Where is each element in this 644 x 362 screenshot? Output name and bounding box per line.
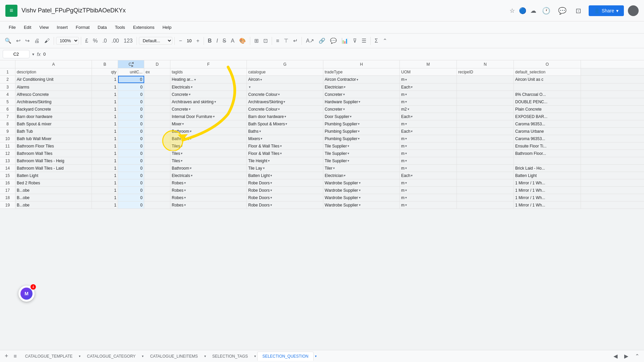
cell-recipeid[interactable] bbox=[457, 165, 514, 172]
cell-tradetype[interactable]: Tile Supplier▾ bbox=[323, 142, 400, 149]
decimal-decrease-icon[interactable]: .0 bbox=[100, 36, 109, 46]
cell-default[interactable] bbox=[514, 83, 581, 90]
zoom-selector[interactable]: 100% bbox=[56, 37, 79, 45]
cell-tradetype[interactable]: Plumbing Supplier▾ bbox=[323, 120, 400, 127]
tab-selection-tags[interactable]: SELECTION_TAGS bbox=[207, 352, 253, 361]
cell-recipeid[interactable] bbox=[457, 98, 514, 105]
col-header-o[interactable]: O bbox=[514, 60, 581, 68]
col-header-f[interactable]: F bbox=[170, 60, 247, 68]
cell-catalogue[interactable]: Concrete Colour▾ bbox=[247, 106, 323, 113]
cell-cost[interactable]: 0 bbox=[118, 76, 144, 83]
cell-cost[interactable]: 0 bbox=[118, 157, 144, 164]
cell-uom[interactable]: Each▾ bbox=[400, 172, 457, 179]
cell-tradetype[interactable]: Plumbing Supplier▾ bbox=[323, 135, 400, 142]
fill-color-icon[interactable]: 🎨 bbox=[237, 36, 248, 46]
cell-extra[interactable] bbox=[144, 120, 170, 127]
font-selector[interactable]: Default... bbox=[139, 37, 172, 45]
cell-catalogue[interactable]: Floor & Wall Tiles▾ bbox=[247, 142, 323, 149]
cell-catalogue[interactable]: Architraves/Skirting▾ bbox=[247, 98, 323, 105]
cell-recipeid[interactable] bbox=[457, 76, 514, 83]
cell-recipeid[interactable] bbox=[457, 172, 514, 179]
table-row[interactable]: 3 Alarms 1 0 Electricals▾ ▾ Electrician▾… bbox=[0, 83, 644, 91]
cell-default[interactable]: 8% Charcoal O... bbox=[514, 91, 581, 98]
cell-recipeid[interactable] bbox=[457, 135, 514, 142]
table-row[interactable]: 19 B...obe 1 0 Robes▾ Robe Doors▾ Wardro… bbox=[0, 201, 644, 209]
cell-uom[interactable]: m▾ bbox=[400, 165, 457, 172]
cell-tradetype[interactable]: Wardrobe Supplier▾ bbox=[323, 194, 400, 201]
cell-qty[interactable]: 1 bbox=[92, 106, 118, 113]
menu-data[interactable]: Data bbox=[94, 23, 110, 31]
cell-catalogue[interactable]: Concrete Colour▾ bbox=[247, 91, 323, 98]
cell-tagids[interactable]: Robes▾ bbox=[170, 201, 247, 208]
cell-recipeid[interactable] bbox=[457, 194, 514, 201]
cell-cost[interactable]: 0 bbox=[118, 91, 144, 98]
cell-qty[interactable]: 1 bbox=[92, 172, 118, 179]
cell-catalogue[interactable]: Batten Light▾ bbox=[247, 172, 323, 179]
cell-extra[interactable] bbox=[144, 83, 170, 90]
cell-extra[interactable] bbox=[144, 165, 170, 172]
drive-icon[interactable]: 🔵 bbox=[519, 7, 526, 14]
cell-cost[interactable]: 0 bbox=[118, 135, 144, 142]
cell-catalogue[interactable]: Tile Height▾ bbox=[247, 157, 323, 164]
cell-tradetype[interactable]: Door Supplier▾ bbox=[323, 113, 400, 120]
align-icon[interactable]: ≡ bbox=[274, 36, 281, 46]
cell-qty[interactable]: 1 bbox=[92, 135, 118, 142]
table-row[interactable]: 4 Alfresco Concrete 1 0 Concrete▾ Concre… bbox=[0, 91, 644, 98]
cell-uom[interactable]: m▾ bbox=[400, 157, 457, 164]
cell-extra[interactable] bbox=[144, 128, 170, 135]
cell-cost[interactable]: 0 bbox=[118, 106, 144, 113]
table-row[interactable]: 9 Bath Tub 1 0 Bathroom▾ Baths▾ Plumbing… bbox=[0, 128, 644, 135]
cell-extra[interactable] bbox=[144, 187, 170, 194]
cell-uom[interactable]: m▾ bbox=[400, 91, 457, 98]
cell-tradetype[interactable]: Tiler▾ bbox=[323, 165, 400, 172]
cell-default[interactable]: Caroma 96353... bbox=[514, 135, 581, 142]
cell-tradetype[interactable]: Aircon Contractor▾ bbox=[323, 76, 400, 83]
table-row[interactable]: 13 Bathroom Wall Tiles - Heig 1 0 Tiles▾… bbox=[0, 157, 644, 165]
cell-cost[interactable]: 0 bbox=[118, 83, 144, 90]
cell-extra[interactable] bbox=[144, 135, 170, 142]
cell-tagids[interactable]: Tiles▾ bbox=[170, 142, 247, 149]
cell-default[interactable]: EXPOSED BAR... bbox=[514, 113, 581, 120]
cell-tagids[interactable]: Electricals▾ bbox=[170, 83, 247, 90]
col-header-b[interactable]: B bbox=[92, 60, 118, 68]
cell-extra[interactable] bbox=[144, 113, 170, 120]
cell-description[interactable]: Alfresco Concrete bbox=[15, 91, 92, 98]
percent-icon[interactable]: % bbox=[91, 36, 100, 46]
text-wrap-icon[interactable]: ↵ bbox=[291, 36, 300, 46]
cell-catalogue[interactable]: ▾ bbox=[247, 83, 323, 90]
view-mode-icon[interactable]: ⊡ bbox=[573, 5, 585, 17]
share-button[interactable]: 👤 Share ▾ bbox=[589, 5, 624, 16]
strikethrough-icon[interactable]: S bbox=[221, 36, 228, 46]
cell-reference-input[interactable]: C2 bbox=[3, 50, 30, 58]
cell-qty[interactable]: 1 bbox=[92, 91, 118, 98]
cell-extra[interactable] bbox=[144, 150, 170, 157]
cell-description[interactable]: Bath tub Wall Mixer bbox=[15, 135, 92, 142]
col-header-h[interactable]: H bbox=[323, 60, 400, 68]
cell-qty[interactable]: 1 bbox=[92, 194, 118, 201]
text-color-icon[interactable]: A bbox=[229, 36, 236, 46]
cell-description[interactable]: Batten Light bbox=[15, 172, 92, 179]
tab-catalogue-template[interactable]: CATALOGUE_TEMPLATE bbox=[20, 352, 77, 361]
cell-description[interactable]: Bathroom Wall Tiles - Heig bbox=[15, 157, 92, 164]
menu-extensions[interactable]: Extensions bbox=[130, 23, 158, 31]
cell-tradetype[interactable]: Wardrobe Supplier▾ bbox=[323, 187, 400, 194]
cell-cost[interactable]: 0 bbox=[118, 120, 144, 127]
cell-tradetype[interactable]: Wardrobe Supplier▾ bbox=[323, 201, 400, 208]
cell-recipeid[interactable] bbox=[457, 157, 514, 164]
cell-recipeid[interactable] bbox=[457, 142, 514, 149]
table-row[interactable]: 7 Barn door hardware 1 0 Internal Door F… bbox=[0, 113, 644, 120]
cell-qty[interactable]: 1 bbox=[92, 179, 118, 186]
cell-tagids[interactable]: Concrete▾ bbox=[170, 91, 247, 98]
filter-icon[interactable]: ⊽ bbox=[351, 36, 359, 46]
cell-qty[interactable]: 1 bbox=[92, 113, 118, 120]
cell-description[interactable]: Architraves/Skirting bbox=[15, 98, 92, 105]
table-row[interactable]: 10 Bath tub Wall Mixer 1 0 Bathroom▾ Mix… bbox=[0, 135, 644, 142]
cell-default[interactable]: Caroma 96353... bbox=[514, 120, 581, 127]
add-sheet-button[interactable]: + bbox=[3, 352, 10, 360]
cell-tradetype[interactable]: Electrician▾ bbox=[323, 172, 400, 179]
cell-extra[interactable] bbox=[144, 142, 170, 149]
table-row[interactable]: 14 Bathroom Wall Tiles - Laid 1 0 Bathro… bbox=[0, 165, 644, 172]
menu-tools[interactable]: Tools bbox=[111, 23, 128, 31]
valign-icon[interactable]: ⊤ bbox=[282, 36, 290, 46]
cell-tagids[interactable]: Mixer▾ bbox=[170, 120, 247, 127]
